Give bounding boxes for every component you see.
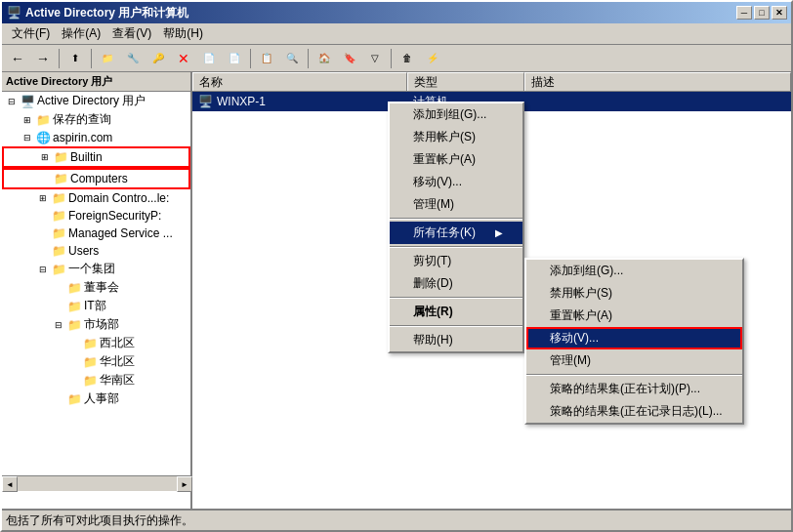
tree-item-managed[interactable]: ⊞ 📁 Managed Service ... — [2, 225, 190, 242]
tree-item-shichangbu[interactable]: ⊟ 📁 市场部 — [2, 315, 190, 334]
sub-move[interactable]: 移动(V)... — [526, 327, 742, 349]
cell-desc — [524, 92, 791, 111]
tree-item-foreign[interactable]: ⊞ 📁 ForeignSecurityP: — [2, 207, 190, 225]
sub-disable[interactable]: 禁用帐户(S) — [526, 282, 742, 305]
toolbar-btn-6[interactable]: 📋 — [255, 48, 278, 69]
col-type[interactable]: 类型 — [407, 72, 524, 91]
menu-file[interactable]: 文件(F) — [6, 23, 56, 44]
expand-icon-aspirin: ⊟ — [20, 130, 35, 145]
scroll-right[interactable]: ► — [177, 476, 192, 492]
tree-item-builtin[interactable]: ⊞ 📁 Builtin — [2, 146, 190, 168]
tree-item-users[interactable]: 📁 Users — [2, 242, 190, 260]
expand-icon-shi: ⊟ — [51, 317, 66, 333]
ctx-all-tasks[interactable]: 所有任务(K) ▶ — [390, 222, 522, 244]
context-menu: 添加到组(G)... 禁用帐户(S) 重置帐户(A) 移动(V)... 管理(M… — [388, 102, 524, 353]
domain-icon: 🌐 — [35, 130, 51, 145]
managed-label: Managed Service ... — [68, 226, 173, 240]
tree-item-root[interactable]: ⊟ 🖥️ Active Directory 用户 — [2, 92, 190, 110]
folder-icon-shi: 📁 — [66, 317, 82, 333]
menu-action[interactable]: 操作(A) — [56, 23, 106, 44]
expand-icon: ⊟ — [4, 94, 20, 109]
toolbar-btn-10[interactable]: 🗑 — [396, 48, 419, 69]
ctx-help[interactable]: 帮助(H) — [390, 329, 522, 351]
col-name[interactable]: 名称 — [192, 72, 407, 91]
close-button[interactable]: ✕ — [772, 6, 787, 20]
computer-icon: 🖥️ — [198, 95, 213, 108]
tree-item-domain-ctrl[interactable]: ⊞ 📁 Domain Contro...le: — [2, 189, 190, 207]
tree-item-saved-queries[interactable]: ⊞ 📁 保存的查询 — [2, 110, 190, 129]
scroll-left[interactable]: ◄ — [2, 476, 18, 492]
main-content: Active Directory 用户 ⊟ 🖥️ Active Director… — [2, 72, 791, 512]
toolbar-btn-2[interactable]: 🔧 — [121, 48, 145, 69]
tree-item-xibeiqu[interactable]: ⊞ 📁 西北区 — [2, 334, 190, 352]
toolbar-btn-9[interactable]: 🔖 — [338, 48, 361, 69]
ctx-sep4 — [390, 325, 522, 327]
tree-item-huabeiqu[interactable]: ⊞ 📁 华北区 — [2, 352, 190, 371]
folder-icon-xi: 📁 — [82, 336, 98, 351]
ctx-reset[interactable]: 重置帐户(A) — [390, 148, 522, 171]
col-desc[interactable]: 描述 — [524, 72, 791, 91]
toolbar-btn-11[interactable]: ⚡ — [421, 48, 444, 69]
folder-icon-hua: 📁 — [82, 354, 98, 370]
window-title: Active Directory 用户和计算机 — [25, 5, 736, 21]
ctx-delete[interactable]: 删除(D) — [390, 272, 522, 295]
toolbar-btn-3[interactable]: 🔑 — [146, 48, 170, 69]
folder-icon-builtin: 📁 — [53, 149, 68, 165]
filter-button[interactable]: ▽ — [363, 48, 387, 69]
renshipu-label: 人事部 — [84, 390, 119, 407]
itbu-label: IT部 — [84, 298, 106, 314]
sub-manage[interactable]: 管理(M) — [526, 349, 742, 372]
xibeiqu-label: 西北区 — [100, 335, 135, 351]
foreign-label: ForeignSecurityP: — [68, 209, 161, 223]
expand-icon-builtin: ⊞ — [37, 149, 53, 165]
folder-icon-domain: 📁 — [51, 190, 66, 206]
ctx-sep1 — [390, 218, 522, 220]
up-button[interactable]: ⬆ — [63, 48, 87, 69]
ctx-add-to-group[interactable]: 添加到组(G)... — [390, 103, 522, 126]
tree-item-yijituan[interactable]: ⊟ 📁 一个集团 — [2, 260, 190, 278]
computers-label: Computers — [70, 172, 128, 185]
toolbar-btn-5[interactable]: 📄 — [223, 48, 246, 69]
users-label: Users — [68, 244, 99, 258]
sub-reset[interactable]: 重置帐户(A) — [526, 305, 742, 327]
forward-button[interactable]: → — [31, 48, 55, 69]
menu-view[interactable]: 查看(V) — [106, 23, 157, 44]
back-button[interactable]: ← — [6, 48, 29, 69]
ctx-manage[interactable]: 管理(M) — [390, 193, 522, 216]
folder-icon-foreign: 📁 — [51, 208, 66, 224]
delete-button[interactable]: ✕ — [172, 48, 195, 69]
minimize-button[interactable]: ─ — [736, 6, 752, 20]
ctx-all-tasks-label: 所有任务(K) — [413, 225, 476, 241]
sub-add-to-group[interactable]: 添加到组(G)... — [526, 260, 742, 282]
menu-help[interactable]: 帮助(H) — [157, 23, 209, 44]
toolbar: ← → ⬆ 📁 🔧 🔑 ✕ 📄 📄 📋 🔍 🏠 🔖 ▽ 🗑 ⚡ — [2, 45, 791, 72]
sub-policy-log[interactable]: 策略的结果集(正在记录日志)(L)... — [526, 400, 742, 423]
ctx-disable[interactable]: 禁用帐户(S) — [390, 126, 522, 148]
main-window: 🖥️ Active Directory 用户和计算机 ─ □ ✕ 文件(F) 操… — [0, 0, 793, 532]
tree-item-aspirin[interactable]: ⊟ 🌐 aspirin.com — [2, 129, 190, 146]
folder-icon-yijituan: 📁 — [51, 262, 66, 277]
tree-item-computers[interactable]: ⊞ 📁 Computers — [2, 168, 190, 189]
tree-item-renshipu[interactable]: ⊞ 📁 人事部 — [2, 389, 190, 408]
tree-item-huananqu[interactable]: ⊞ 📁 华南区 — [2, 371, 190, 389]
ctx-properties[interactable]: 属性(R) — [390, 301, 522, 323]
toolbar-btn-8[interactable]: 🏠 — [313, 48, 336, 69]
submenu-arrow: ▶ — [495, 227, 503, 238]
status-bar: 包括了所有可对此项目执行的操作。 — [2, 509, 791, 530]
maximize-button[interactable]: □ — [754, 6, 770, 20]
tree-root-label: Active Directory 用户 — [37, 93, 146, 109]
huabeiqu-label: 华北区 — [100, 353, 135, 370]
tree-item-itbu[interactable]: ⊞ 📁 IT部 — [2, 297, 190, 315]
tree-item-dongshihui[interactable]: ⊞ 📁 董事会 — [2, 278, 190, 297]
toolbar-btn-4[interactable]: 📄 — [197, 48, 221, 69]
toolbar-btn-1[interactable]: 📁 — [96, 48, 119, 69]
folder-icon-ren: 📁 — [66, 391, 82, 407]
ctx-move[interactable]: 移动(V)... — [390, 171, 522, 193]
toolbar-btn-7[interactable]: 🔍 — [280, 48, 304, 69]
huananqu-label: 华南区 — [100, 372, 135, 389]
ctx-cut[interactable]: 剪切(T) — [390, 250, 522, 272]
menu-bar: 文件(F) 操作(A) 查看(V) 帮助(H) — [2, 23, 791, 45]
sub-policy-planning[interactable]: 策略的结果集(正在计划)(P)... — [526, 378, 742, 400]
folder-icon-saved: 📁 — [35, 112, 51, 128]
tree-header: Active Directory 用户 — [2, 72, 190, 92]
